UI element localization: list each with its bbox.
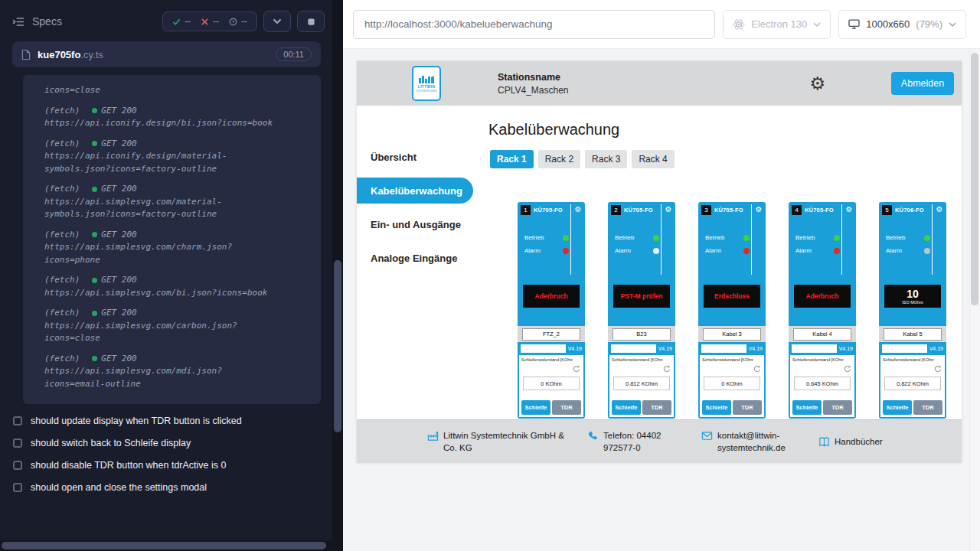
test-item[interactable]: should disable TDR button when tdrActive… <box>13 460 335 471</box>
logo-skyline-icon <box>418 74 435 83</box>
refresh-icon[interactable] <box>573 365 580 373</box>
betrieb-led <box>563 235 569 241</box>
stat-pending: -- <box>229 16 247 27</box>
app-footer: Littwin Systemtechnik GmbH & Co. KG Tele… <box>357 419 962 463</box>
footer-manuals[interactable]: Handbücher <box>818 435 883 448</box>
spec-file-bar[interactable]: kue705fo.cy.ts 00:11 <box>12 41 321 67</box>
page-vertical-scrollbar <box>969 49 980 551</box>
tdr-button[interactable]: TDR <box>642 400 671 415</box>
measurement-panel: Schleifenwiderstand [KOhm] 0.645 KOhm Sc… <box>790 355 854 417</box>
tdr-button[interactable]: TDR <box>913 400 942 415</box>
cable-name-field[interactable]: Kabel 3 <box>703 328 761 341</box>
resistance-label: Schleifenwiderstand [KOhm] <box>521 357 573 362</box>
resistance-label: Schleifenwiderstand [KOhm] <box>883 357 934 362</box>
tab-rack-3[interactable]: Rack 3 <box>585 150 627 168</box>
resistance-label: Schleifenwiderstand [KOhm] <box>702 357 753 362</box>
test-list: should update display when TDR button is… <box>0 404 343 493</box>
status-display: Erdschluss <box>704 285 760 308</box>
cable-name-field[interactable]: Kabel 5 <box>884 328 942 341</box>
card-settings-gear-icon[interactable]: ⚙ <box>936 206 943 275</box>
status-dot <box>92 187 97 192</box>
tab-rack-4[interactable]: Rack 4 <box>632 150 674 168</box>
refresh-icon[interactable] <box>844 365 851 373</box>
refresh-icon[interactable] <box>934 365 942 373</box>
device-cards: 1 KÜ705-FO ⚙ Betrieb Alarm Aderbruch FTZ… <box>518 202 962 419</box>
resistance-label: Schleifenwiderstand [KOhm] <box>792 357 844 362</box>
browser-selector[interactable]: Electron 130 <box>723 10 831 39</box>
status-display: PST-M prüfen <box>613 285 670 308</box>
cypress-reporter-panel: Specs -- -- -- <box>0 0 343 551</box>
refresh-icon[interactable] <box>753 365 761 373</box>
collapse-runs-button[interactable] <box>263 11 291 32</box>
schleife-button[interactable]: Schleife <box>792 400 822 415</box>
card-title: KÜ705-FO <box>534 207 563 214</box>
cable-name-field[interactable]: B23 <box>612 328 671 341</box>
log-entry[interactable]: (fetch)GET 200 https://api.simplesvg.com… <box>44 183 310 221</box>
log-url: https://api.simplesvg.com/bi.json?icons=… <box>44 287 274 300</box>
log-entry[interactable]: (fetch)GET 200 https://api.iconify.desig… <box>44 138 310 176</box>
log-url: https://api.iconify.design/material-symb… <box>44 150 274 175</box>
tab-rack-1[interactable]: Rack 1 <box>490 150 534 168</box>
schleife-button[interactable]: Schleife <box>883 400 912 415</box>
card-settings-gear-icon[interactable]: ⚙ <box>575 206 582 275</box>
scrollbar-thumb[interactable] <box>971 53 978 305</box>
alarm-label: Alarm <box>615 247 631 254</box>
scrollbar-thumb[interactable] <box>2 542 326 549</box>
chevron-down-icon <box>949 22 956 27</box>
monitor-icon <box>848 19 860 29</box>
tdr-button[interactable]: TDR <box>552 400 581 415</box>
cable-name-field[interactable]: FTZ_2 <box>522 328 580 341</box>
footer-email[interactable]: kontakt@littwin-systemtechnik.de <box>701 429 806 454</box>
cable-name-field[interactable]: Kabel 4 <box>793 328 851 341</box>
test-item[interactable]: should switch back to Schleife display <box>13 438 335 448</box>
status-display: Aderbruch <box>794 285 851 308</box>
stop-button[interactable] <box>297 11 325 32</box>
card-settings-gear-icon[interactable]: ⚙ <box>756 206 763 275</box>
status-dot <box>92 311 97 316</box>
log-entry[interactable]: (fetch)GET 200 https://api.simplesvg.com… <box>44 274 310 299</box>
betrieb-label: Betrieb <box>524 234 544 241</box>
schleife-button[interactable]: Schleife <box>702 400 731 415</box>
firmware-version: V4.19 <box>568 346 583 351</box>
footer-company: Littwin Systemtechnik GmbH & Co. KG <box>427 429 575 454</box>
tdr-button[interactable]: TDR <box>823 400 852 415</box>
sidebar-item-analoge-eingaenge[interactable]: Analoge Eingänge <box>357 245 487 271</box>
sidebar-item-kabelueberwachung[interactable]: Kabelüberwachung <box>357 178 473 204</box>
sidebar-item-uebersicht[interactable]: Übersicht <box>357 144 487 170</box>
firmware-version: V4.19 <box>839 346 854 351</box>
log-url: https://api.simplesvg.com/charm.json?ico… <box>44 241 274 266</box>
logout-button[interactable]: Abmelden <box>891 72 954 95</box>
card-settings-gear-icon[interactable]: ⚙ <box>665 206 672 275</box>
factory-icon <box>427 430 439 442</box>
schleife-button[interactable]: Schleife <box>521 400 550 415</box>
sidebar-item-ein-und-ausgaenge[interactable]: Ein- und Ausgänge <box>357 211 487 237</box>
clock-icon <box>229 18 237 26</box>
refresh-icon[interactable] <box>663 365 671 373</box>
zoom-level: (79%) <box>916 18 942 30</box>
specs-toggle[interactable]: Specs <box>12 15 62 28</box>
schleife-button[interactable]: Schleife <box>612 400 641 415</box>
card-title: KÜ705-FO <box>624 207 653 214</box>
test-item[interactable]: should update display when TDR button is… <box>13 416 335 426</box>
log-entry[interactable]: (fetch)GET 200 https://api.simplesvg.com… <box>44 229 310 267</box>
log-entry[interactable]: (fetch)GET 200 https://api.simplesvg.com… <box>44 307 310 345</box>
log-url: https://api.simplesvg.com/material-symbo… <box>44 196 274 221</box>
resistance-value: 0.822 KOhm <box>884 377 941 390</box>
settings-gear-icon[interactable]: ⚙ <box>809 75 825 93</box>
cross-icon <box>201 18 209 26</box>
card-settings-gear-icon[interactable]: ⚙ <box>846 206 853 275</box>
viewport-selector[interactable]: 1000x660 (79%) <box>838 10 966 39</box>
url-input[interactable]: http://localhost:3000/kabelueberwachung <box>353 10 715 39</box>
test-item[interactable]: should open and close the settings modal <box>13 482 335 493</box>
tdr-button[interactable]: TDR <box>733 400 762 415</box>
reporter-horizontal-scrollbar <box>0 540 332 551</box>
log-entry[interactable]: (fetch)GET 200 https://api.simplesvg.com… <box>44 353 310 391</box>
version-row: V4.19 <box>880 344 945 354</box>
aut-frame: LITTWIN SYSTEMTECHNIK Stationsname CPLV4… <box>357 61 962 463</box>
tab-rack-2[interactable]: Rack 2 <box>538 150 580 168</box>
measurement-panel: Schleifenwiderstand [KOhm] 0.812 KOhm Sc… <box>609 355 674 417</box>
log-entry[interactable]: (fetch)GET 200 https://api.iconify.desig… <box>44 105 310 130</box>
specs-menu-icon <box>12 17 25 27</box>
scrollbar-thumb[interactable] <box>334 260 341 432</box>
alarm-label: Alarm <box>795 247 812 254</box>
